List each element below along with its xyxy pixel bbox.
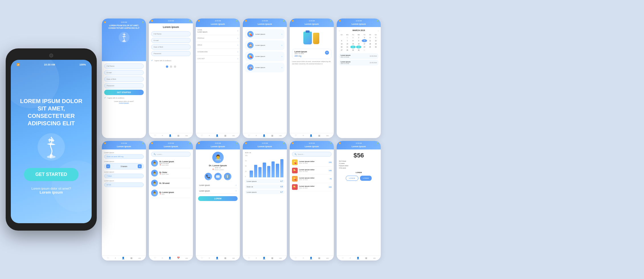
s5-description: Lorem ipsum dolor sit amet, consectetuer… [292, 61, 332, 65]
service-item-4[interactable]: 🚑 Lorem ipsum › [245, 63, 285, 72]
s7-plus-icon[interactable]: + [115, 257, 116, 259]
doctor-item-1[interactable]: 👨‍⚕️ Dr. Lorem ipsum dolor sit amet 📍 lo… [151, 158, 191, 168]
s11-plus-icon[interactable]: + [303, 257, 304, 259]
s7-grid-icon[interactable]: ▦ [130, 257, 133, 259]
s10-rating-2[interactable]: Dolor sit 4.8 [245, 184, 285, 189]
s9-grid-icon[interactable]: ▦ [224, 257, 227, 259]
s9-profile-header: 👨‍⚕️ Dr. Lorem ipsum dolor sit 📍 Amet Lo… [198, 152, 238, 171]
s6-prev-btn[interactable]: ‹ [339, 30, 340, 32]
s1-get-started-btn[interactable]: GET STARTED [104, 90, 144, 95]
s4-more-icon[interactable]: ••• [279, 134, 281, 137]
s5-grid-icon[interactable]: ▦ [318, 134, 320, 137]
s10-more-icon[interactable]: ••• [279, 257, 281, 259]
s1-password-field[interactable]: Password [104, 83, 144, 88]
cal-selected-2[interactable]: 23 [356, 46, 361, 48]
service-item-1[interactable]: 💊 Lorem ipsum › [245, 29, 285, 39]
s12-plus-icon[interactable]: + [349, 257, 351, 259]
s8-more-icon[interactable]: ••• [186, 257, 188, 259]
s12-item-3: 5 Ipsum dolor [339, 165, 378, 167]
s11-med-3[interactable]: 💊 Lorem ipsum dolor dolor sit amet 7$ [292, 175, 332, 183]
s11-med-4[interactable]: 💊 Lorem ipsum dolor dolor sit amet 15$ [292, 183, 332, 191]
s11-med-1[interactable]: 💊 Lorem ipsum dolor dolor sit amet 15$ [292, 158, 332, 167]
s1-header-text: LOREM IPSUM DOLOR SIT AMET, CONSECTETUER… [104, 24, 144, 29]
s10-rating-3[interactable]: Lorem ipsum 4.7 [245, 190, 285, 194]
s11-grid-icon[interactable]: ▦ [318, 257, 320, 259]
service-item-2[interactable]: 🏠 Lorem ipsum › [245, 40, 285, 50]
s8-user-icon[interactable]: 👤 [168, 257, 171, 259]
s9-message-btn[interactable]: ✉️ [214, 173, 222, 180]
s7-plus-btn[interactable]: + [138, 164, 142, 168]
s12-user-icon[interactable]: 👤 [357, 257, 359, 259]
s8-calendar-icon[interactable]: 📅 [177, 257, 180, 259]
menu-item-logout[interactable]: LOG OUT › [196, 56, 240, 62]
s4-user-icon[interactable]: 👤 [263, 134, 266, 137]
s3-grid-icon[interactable]: ▦ [224, 134, 227, 137]
s3-more-icon[interactable]: ••• [232, 134, 234, 137]
s5-body: Lorem ipsum dolor sit amet 200 mg + Lore… [290, 27, 334, 133]
s7-minus-btn[interactable]: − [106, 164, 110, 168]
s9-plus-icon[interactable]: + [209, 257, 210, 259]
menu-item-home[interactable]: HOME Lorem ipsum › [196, 27, 240, 35]
s9-phone-btn[interactable]: 📞 [205, 173, 212, 180]
s12-grid-icon[interactable]: ▦ [365, 257, 367, 259]
s7-more-icon[interactable]: ••• [138, 257, 141, 259]
s12-lorem-btn-outline[interactable]: LOREM [346, 176, 358, 181]
s2-user-icon[interactable]: 👤 [169, 134, 172, 137]
s4-grid-icon[interactable]: ▦ [271, 134, 273, 137]
s2-password[interactable]: Password [151, 51, 191, 56]
s5-add-btn[interactable]: + [325, 51, 329, 55]
s7-user-icon[interactable]: 👤 [122, 257, 125, 259]
menu-item-dashboard[interactable]: DASHBOARD › [196, 49, 240, 56]
s9-header: 📶 10:30 AM 🔋 Lorem ipsum [196, 141, 240, 149]
s12-lorem-btn-fill[interactable]: LOREM [360, 176, 372, 181]
s8-search-bar[interactable]: 🔍 Lorem... [151, 152, 191, 157]
s10-status-bar: 📶 10:30 AM 🔋 [245, 142, 285, 144]
s10-rating-1[interactable]: Lorem ipsum 4.7 [245, 179, 285, 183]
s2-dob[interactable]: Date of Birth [151, 44, 191, 50]
s10-plus-icon[interactable]: + [256, 257, 257, 259]
doctor-item-4[interactable]: 👨‍⚕️ Dr. Lorem ipsum 📍 dolor [151, 188, 191, 198]
s2-more-icon[interactable]: ••• [185, 134, 188, 137]
s1-email-field[interactable]: E-mail [104, 70, 144, 75]
s11-med-2[interactable]: 💊 Lorem ipsum dolor dolor sit amet 13$ [292, 167, 332, 175]
s6-event-2[interactable]: Lorem ipsum dolor sit amet 22.03.2019 [339, 60, 378, 65]
cal-selected-1[interactable]: 22 [350, 46, 356, 48]
s3-body: HOME Lorem ipsum › PROFILE › DRUG › DASH… [196, 27, 240, 133]
s2-grid-icon[interactable]: ▦ [177, 134, 180, 137]
s5-user-icon[interactable]: 👤 [310, 134, 312, 137]
s8-plus-icon[interactable]: + [162, 257, 163, 259]
s9-info-btn[interactable]: ℹ️ [224, 173, 231, 180]
s2-email[interactable]: E-mail [151, 38, 191, 43]
service-item-3[interactable]: 💊 Lorem ipsum › [245, 52, 285, 61]
menu-item-drug[interactable]: DRUG › [196, 42, 240, 49]
s2-fullname[interactable]: Full Name [151, 31, 191, 36]
s9-info-row-2[interactable]: Lorem ipsum › [198, 188, 238, 194]
s1-fullname-field[interactable]: Full Name [104, 63, 144, 69]
s2-plus-icon[interactable]: + [162, 134, 163, 137]
s11-search-bar[interactable]: 🔍 Search... [292, 152, 332, 157]
s1-dob-field[interactable]: Date of Birth [104, 77, 144, 82]
doctor-item-3[interactable]: 👨‍⚕️ Dr. Sit amet [151, 178, 191, 188]
s9-lorem-btn[interactable]: LOREM [198, 196, 238, 201]
s6-event-1[interactable]: Lorem ipsum dolor sit amet 10.03.2019 [339, 53, 378, 59]
s4-plus-icon[interactable]: + [256, 134, 257, 137]
s9-user-icon[interactable]: 👤 [216, 257, 219, 259]
s11-user-icon[interactable]: 👤 [310, 257, 312, 259]
s12-more-icon[interactable]: ••• [373, 257, 375, 259]
cal-today[interactable]: 10 [362, 39, 367, 42]
s2-dot-3 [174, 65, 176, 68]
s5-plus-icon[interactable]: + [303, 134, 304, 137]
menu-item-profile[interactable]: PROFILE › [196, 35, 240, 42]
s5-status-bar: 📶 10:30 AM 🔋 [292, 20, 332, 22]
s11-more-icon[interactable]: ••• [326, 257, 328, 259]
s9-info-row-1[interactable]: Lorem ipsum › [198, 182, 238, 188]
s10-user-icon[interactable]: 👤 [263, 257, 266, 259]
get-started-button[interactable]: GET STARTED [24, 168, 79, 181]
s3-user-icon[interactable]: 👤 [216, 134, 219, 137]
s9-more-icon[interactable]: ••• [232, 257, 234, 259]
s6-next-btn[interactable]: › [378, 30, 378, 32]
s10-grid-icon[interactable]: ▦ [271, 257, 273, 259]
doctor-item-2[interactable]: 👨‍⚕️ Dr. Dolor 📍 ipsum dolor [151, 168, 191, 178]
s3-plus-icon[interactable]: + [209, 134, 210, 137]
s5-more-icon[interactable]: ••• [326, 134, 328, 137]
